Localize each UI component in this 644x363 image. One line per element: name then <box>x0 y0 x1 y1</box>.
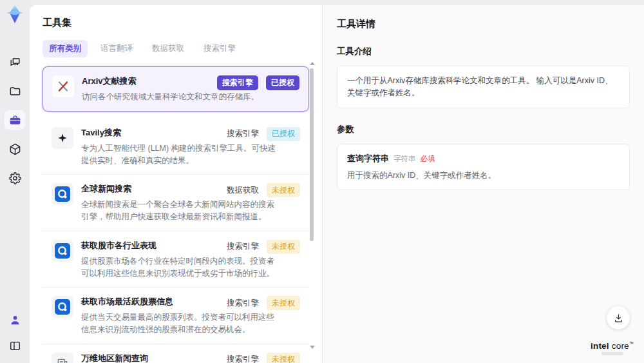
scrollbar-thumb[interactable] <box>310 68 314 241</box>
tool-detail-pane: 工具详情 工具介绍 一个用于从Arxiv存储库搜索科学论文和文章的工具。 输入可… <box>322 5 644 363</box>
param-description: 用于搜索的Arxiv ID、关键字或作者姓名。 <box>347 170 620 181</box>
tool-list: Arxiv文献搜索 访问各个研究领域大量科学论文和文章的存储库。 搜索引擎 已授… <box>43 66 309 363</box>
tool-card-global-news[interactable]: 全球新闻搜索 全球新闻搜索是一个聚合全球各大新闻网站内容的搜索引擎，帮助用户快速… <box>43 175 309 231</box>
sparkle-icon <box>52 127 73 149</box>
folder-icon[interactable] <box>5 81 25 101</box>
news-globe-icon <box>52 183 73 205</box>
list-scrollbar[interactable] <box>309 62 314 359</box>
newspaper-icon <box>52 353 73 363</box>
auth-status-badge: 未授权 <box>267 353 300 363</box>
user-icon[interactable] <box>5 310 25 329</box>
param-name: 查询字符串 <box>347 153 389 164</box>
tab-all-categories[interactable]: 所有类别 <box>43 40 88 57</box>
tab-data-fetch[interactable]: 数据获取 <box>146 40 191 57</box>
gear-icon[interactable] <box>5 168 25 188</box>
param-type: 字符串 <box>393 154 416 164</box>
tool-card-most-active-stocks[interactable]: 获取市场最活跃股票信息 提供当天交易量最高的股票列表。投资者可以利用这些信息来识… <box>43 288 309 344</box>
tab-language-translation[interactable]: 语言翻译 <box>94 40 139 57</box>
panel-toggle-icon[interactable] <box>5 336 25 355</box>
tool-card-regional-news[interactable]: 万维地区新闻查询 查询具体行政区划内的新闻，快速了解各地新闻动 搜索引擎 未授权 <box>43 344 309 363</box>
category-badge: 搜索引擎 <box>227 298 259 309</box>
tool-description: 提供当天交易量最高的股票列表。投资者可以利用这些信息来识别流动性强的股票和潜在的… <box>81 311 277 336</box>
rail-bottom <box>5 310 25 355</box>
news-globe-icon <box>52 296 73 318</box>
auth-status-badge: 未授权 <box>267 296 300 310</box>
tab-search-engine[interactable]: 搜索引擎 <box>197 40 242 57</box>
auth-status-badge: 未授权 <box>267 240 300 254</box>
tool-card-tavily[interactable]: Tavily搜索 专为人工智能代理 (LLM) 构建的搜索引擎工具。可快速提供实… <box>43 119 309 175</box>
param-required-badge: 必填 <box>421 154 435 164</box>
tool-card-arxiv[interactable]: Arxiv文献搜索 访问各个研究领域大量科学论文和文章的存储库。 搜索引擎 已授… <box>43 66 309 112</box>
briefcase-icon[interactable] <box>5 110 25 130</box>
intro-text: 一个用于从Arxiv存储库搜索科学论文和文章的工具。 输入可以是Arxiv ID… <box>347 75 620 99</box>
intel-core-logo: intel core™ <box>591 341 634 355</box>
download-button[interactable] <box>607 306 630 329</box>
tool-card-sector-performance[interactable]: 获取股市各行业表现 提供股票市场各个行业在特定时间段内的表现。投资者可以利用这些… <box>43 231 309 288</box>
params-heading: 参数 <box>337 124 630 135</box>
download-icon <box>613 313 624 324</box>
tool-description: 全球新闻搜索是一个聚合全球各大新闻网站内容的搜索引擎，帮助用户快速获取全球最新资… <box>81 199 277 223</box>
tool-description: 提供股票市场各个行业在特定时间段内的表现。投资者可以利用这些信息来识别表现优于或… <box>81 255 277 280</box>
cube-icon[interactable] <box>5 139 25 159</box>
scroll-down-arrow-icon[interactable] <box>310 346 315 349</box>
parameter-box: 查询字符串 字符串 必填 用于搜索的Arxiv ID、关键字或作者姓名。 <box>337 144 630 190</box>
arxiv-icon <box>52 75 74 97</box>
news-globe-icon <box>52 240 73 262</box>
category-badge: 搜索引擎 <box>217 75 258 90</box>
brand-subline <box>601 352 623 355</box>
left-rail <box>0 0 30 363</box>
detail-title: 工具详情 <box>337 18 630 30</box>
main-panel: 工具集 所有类别 语言翻译 数据获取 搜索引擎 Arxiv文献搜索 访问各个研究… <box>30 5 644 363</box>
rail-nav <box>5 52 25 188</box>
tools-list-pane: 工具集 所有类别 语言翻译 数据获取 搜索引擎 Arxiv文献搜索 访问各个研究… <box>30 5 322 363</box>
tool-description: 专为人工智能代理 (LLM) 构建的搜索引擎工具。可快速提供实时、准确和真实的结… <box>81 142 277 167</box>
auth-status-badge: 已授权 <box>267 127 300 141</box>
category-badge: 搜索引擎 <box>227 128 259 139</box>
category-badge: 搜索引擎 <box>227 354 259 363</box>
chat-icon[interactable] <box>5 52 25 72</box>
brand-intel: intel <box>591 340 609 350</box>
category-tabs: 所有类别 语言翻译 数据获取 搜索引擎 <box>43 40 322 57</box>
scroll-up-arrow-icon[interactable] <box>310 62 315 65</box>
intro-box: 一个用于从Arxiv存储库搜索科学论文和文章的工具。 输入可以是Arxiv ID… <box>337 66 630 108</box>
auth-status-badge: 已授权 <box>266 75 299 90</box>
category-badge: 搜索引擎 <box>227 241 259 252</box>
page-title: 工具集 <box>43 17 322 29</box>
app-logo-gem-icon[interactable] <box>4 3 26 25</box>
brand-core: core <box>609 340 629 350</box>
category-badge: 数据获取 <box>227 185 259 196</box>
intro-heading: 工具介绍 <box>337 46 630 57</box>
tool-description: 访问各个研究领域大量科学论文和文章的存储库。 <box>82 91 262 103</box>
auth-status-badge: 未授权 <box>267 183 300 197</box>
